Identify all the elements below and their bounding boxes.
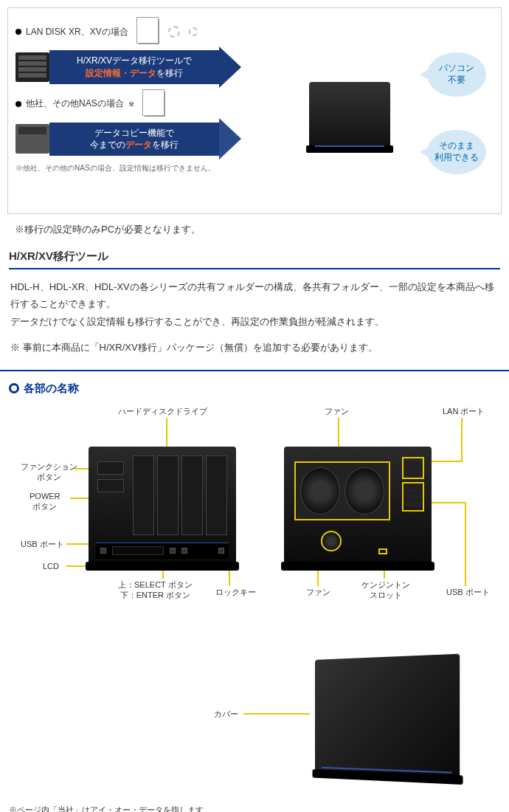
arrow2-suffix: を移行 [152,140,179,150]
arrow1-line2: 設定情報・データを移行 [57,67,212,80]
circle-icon [9,383,19,393]
label-lan: LAN ポート [443,406,485,416]
label-usb-back: USB ポート [446,587,490,597]
fan-icon [300,467,340,515]
arrow1: H/XR/XVデータ移行ツールで 設定情報・データを移行 [49,50,219,84]
divider [0,370,509,371]
lock-icon [218,548,224,554]
port-icon [405,494,421,500]
bay-icon [181,455,203,535]
select-button-icon [170,548,176,554]
front-buttons [97,461,124,492]
port-icon [405,469,421,475]
case1-label: LAN DISK XR、XVの場合 [15,19,494,44]
diagram-footnote: ※他社、その他のNASの場合、設定情報は移行できません。 [15,163,494,173]
port-icon [405,501,421,507]
label-kensington: ケンジントン スロット [361,579,410,601]
bullet-icon [15,29,21,35]
document-icon [139,19,159,44]
label-hdd: ハードディスクドライブ [118,406,207,416]
small-fan-icon [321,531,342,551]
enter-button-icon [181,548,187,554]
lan-ports-icon [402,457,424,479]
gear-icon [168,26,180,38]
parts-diagram: ハードディスクドライブ ファン LAN ポート ファンクション ボタン POWE… [7,406,502,635]
note-pc-required: ※移行の設定時のみPCが必要となります。 [15,223,494,236]
kensington-slot-icon [378,548,387,554]
usb-ports-icon [402,482,424,512]
arrow2-line1: データコピー機能で [57,127,212,140]
drive-bays [133,455,227,535]
case2-text: 他社、その他NASの場合 [26,97,124,110]
arrow1-suffix: を移行 [156,68,183,78]
label-usb: USB ポート [21,539,64,549]
nas-other-icon [15,124,49,154]
device-front-view [89,447,236,565]
arrow1-line1: H/XR/XVデータ移行ツールで [57,55,212,67]
back-ports [402,457,424,515]
tool-body2: ※ 事前に本商品に「H/XR/XV移行」パッケージ（無償）を追加する必要がありま… [10,339,499,356]
parts-title-text: 各部の名称 [24,382,79,396]
callout-use-asis: そのまま 利用できる [427,130,486,174]
footer-note: ※ページ内「当社」はアイ・オー・データを指します [9,805,500,812]
callout-no-pc: パソコン 不要 [427,52,486,97]
case2-sup: ※ [128,100,134,108]
label-func: ファンクション ボタン [21,461,77,483]
device-back-view [284,447,432,565]
label-lock: ロックキー [215,587,256,597]
label-lcd: LCD [43,561,59,571]
target-nas [309,82,398,156]
bay-icon [133,455,154,535]
func-button-icon [97,461,124,475]
port-icon [405,461,421,467]
leader-line [461,418,463,461]
lcd-icon [112,546,164,555]
tool-title: H/XR/XV移行ツール [9,250,500,269]
leader-line [243,713,310,715]
label-select: 上：SELECT ボタン 下：ENTER ボタン [118,579,193,601]
document-icon [145,92,165,117]
cover-diagram: カバー [7,650,502,797]
arrow1-highlight: 設定情報・データ [86,68,156,78]
label-power: POWER ボタン [30,491,60,512]
fan-housing [294,461,390,520]
bay-icon [206,455,227,535]
label-cover: カバー [214,709,238,720]
case2-label: 他社、その他NASの場合※ [15,92,494,117]
front-bottom-panel [96,543,229,559]
migration-diagram: LAN DISK XR、XVの場合 H/XR/XVデータ移行ツールで 設定情報・… [7,7,502,214]
leader-line [465,502,466,586]
device-cover-view [315,653,460,778]
usb-port-icon [100,548,106,554]
bullet-icon [15,101,21,107]
power-button-icon [97,479,124,492]
case1-text: LAN DISK XR、XVの場合 [26,26,128,38]
tool-body1: HDL-H、HDL-XR、HDL-XVの各シリーズの共有フォルダーの構成、各共有… [10,278,499,330]
label-fan-top: ファン [325,406,349,416]
arrow2: データコピー機能で 今までのデータを移行 [49,123,219,156]
port-icon [405,486,421,492]
label-fan-bottom: ファン [306,587,330,597]
gear-icon-small [189,27,198,36]
arrow2-line2: 今までのデータを移行 [57,139,212,151]
arrow2-prefix: 今までの [90,140,125,150]
bay-icon [157,455,179,535]
nas-device-icon [309,82,390,148]
nas-icon [15,52,49,82]
fan-icon [344,467,384,515]
parts-section-title: 各部の名称 [9,382,500,396]
arrow2-highlight: データ [125,140,152,150]
